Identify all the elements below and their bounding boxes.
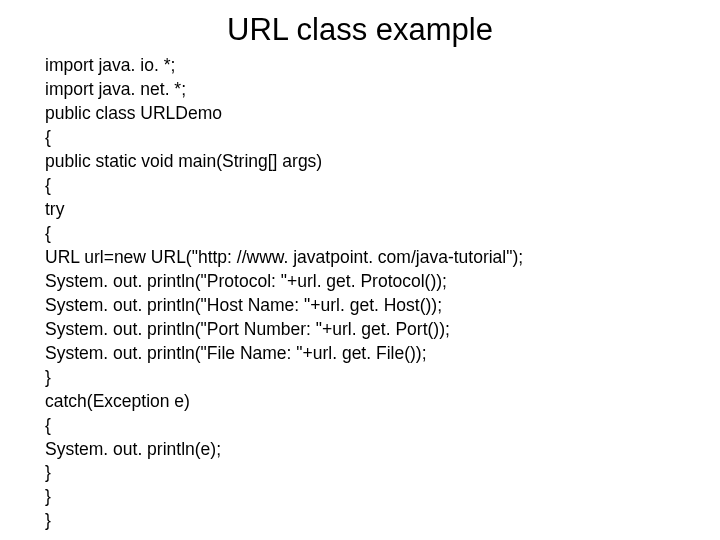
code-line: import java. net. *; [45,78,523,102]
code-line: { [45,126,523,150]
code-line: URL url=new URL("http: //www. javatpoint… [45,246,523,270]
code-line: { [45,414,523,438]
code-line: { [45,174,523,198]
code-line: { [45,222,523,246]
code-line: public static void main(String[] args) [45,150,523,174]
code-line: System. out. println("File Name: "+url. … [45,342,523,366]
code-line: try [45,198,523,222]
code-line: public class URLDemo [45,102,523,126]
code-line: System. out. println("Protocol: "+url. g… [45,270,523,294]
code-line: } [45,485,523,509]
code-line: } [45,366,523,390]
code-line: } [45,509,523,533]
code-line: catch(Exception e) [45,390,523,414]
code-example: import java. io. *; import java. net. *;… [45,54,523,533]
code-line: System. out. println("Host Name: "+url. … [45,294,523,318]
code-line: import java. io. *; [45,54,523,78]
slide-title: URL class example [0,12,720,48]
code-line: } [45,461,523,485]
code-line: System. out. println(e); [45,438,523,462]
code-line: System. out. println("Port Number: "+url… [45,318,523,342]
